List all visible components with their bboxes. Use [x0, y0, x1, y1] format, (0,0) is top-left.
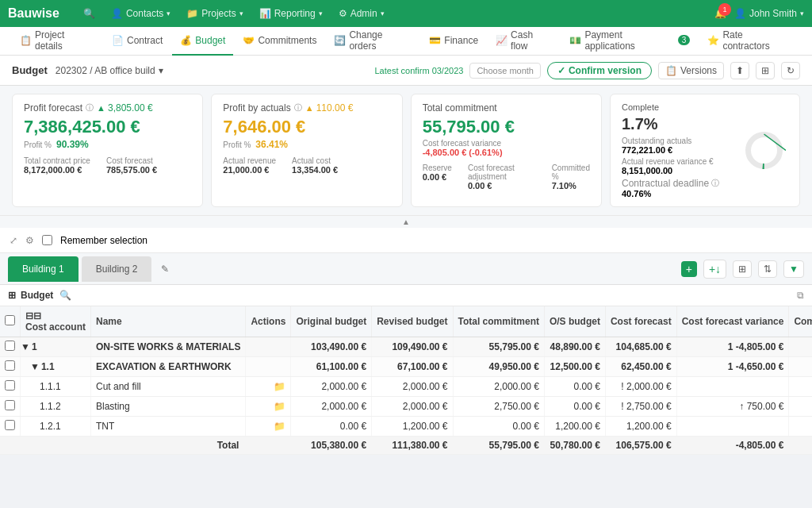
collapse-cost-icon: ⊟⊟: [25, 310, 41, 321]
total-commitment-cell: 49,950.00 €: [453, 357, 544, 377]
path-chevron-icon: ▾: [159, 65, 163, 76]
nav-projects[interactable]: 📁 Projects ▾: [186, 8, 243, 19]
add-building-button[interactable]: +: [681, 261, 697, 277]
add-row-button[interactable]: +↓: [703, 260, 726, 279]
original-budget-cell: 105,380.00 €: [291, 437, 372, 455]
folder-icon[interactable]: 📁: [274, 421, 285, 432]
options-bar: ⤢ ⚙ Remember selection: [0, 228, 812, 253]
revised-budget-cell: 109,490.00 €: [372, 337, 453, 357]
choose-month[interactable]: Choose month: [469, 63, 541, 79]
folder-icon[interactable]: 📁: [274, 401, 285, 412]
edit-icon[interactable]: ✎: [161, 264, 169, 275]
col-complete-pct[interactable]: Complete % (calculated): [789, 306, 812, 337]
tab-budget[interactable]: 💰 Budget: [172, 27, 233, 56]
tab-payment-applications[interactable]: 💵 Payment applications 3: [561, 27, 698, 56]
grid-view-button[interactable]: ⊞: [756, 62, 775, 79]
nav-contacts[interactable]: 👤 Contacts ▾: [111, 8, 170, 19]
original-budget-cell: 61,100.00 €: [291, 357, 372, 377]
table-row: 1.1.1 Cut and fill 📁 2,000.00 € 2,000.00…: [0, 377, 812, 397]
cashflow-icon: 📈: [496, 35, 508, 46]
complete-pct-cell: 21.38%: [789, 357, 812, 377]
tab-rate-contractors[interactable]: ⭐ Rate contractors: [699, 27, 800, 56]
settings-icon[interactable]: ⚙: [25, 235, 34, 246]
col-original-budget[interactable]: Original budget: [291, 306, 372, 337]
folder-icon[interactable]: 📁: [274, 381, 285, 392]
upload-icon: ⬆: [736, 65, 744, 76]
upload-button[interactable]: ⬆: [730, 62, 749, 79]
column-view-button[interactable]: ⊞: [733, 260, 752, 278]
building-tabs: Building 1 Building 2 ✎ + +↓ ⊞ ⇅ ▼: [0, 253, 812, 285]
info-icon[interactable]: ⓘ: [711, 178, 719, 189]
os-budget-cell: 0.00 €: [544, 397, 605, 417]
col-total-commitment[interactable]: Total commitment: [453, 306, 544, 337]
cf-variance-label: Cost forecast variance: [423, 139, 590, 148]
col-revised-budget[interactable]: Revised budget: [372, 306, 453, 337]
remember-checkbox[interactable]: [42, 235, 52, 245]
contract-icon: 📄: [112, 35, 124, 46]
os-budget-cell: 1,200.00 €: [544, 417, 605, 437]
col-actions: Actions: [246, 306, 291, 337]
confirm-version-button[interactable]: ✓ Confirm version: [547, 62, 652, 79]
row-select[interactable]: [5, 400, 15, 410]
col-cost-account[interactable]: ⊟⊟ Cost account: [21, 306, 91, 337]
user-menu[interactable]: 👤 John Smith ▾: [734, 8, 804, 19]
tab-commitments[interactable]: 🤝 Commitments: [235, 27, 324, 56]
select-all-checkbox[interactable]: [5, 315, 15, 325]
tab-cashflow[interactable]: 📈 Cash flow: [488, 27, 560, 56]
expand-icon[interactable]: ▼: [30, 361, 40, 372]
filter-button[interactable]: ▼: [783, 260, 804, 278]
tab-finance[interactable]: 💳 Finance: [421, 27, 486, 56]
cost-forecast-cell: 104,685.00 €: [605, 337, 676, 357]
row-select[interactable]: [5, 360, 15, 371]
nav-search[interactable]: 🔍: [83, 8, 95, 19]
profit-actuals-subs: Actual revenue 21,000.00 € Actual cost 1…: [223, 156, 390, 175]
collapse-bar[interactable]: ▲: [0, 215, 812, 228]
info-icon[interactable]: ⓘ: [294, 102, 302, 114]
resize-icon[interactable]: ⤢: [10, 235, 17, 246]
nav-reporting[interactable]: 📊 Reporting ▾: [259, 8, 323, 19]
grid-icon: ⊞: [8, 290, 16, 301]
expand-icon[interactable]: ▼: [21, 341, 30, 352]
col-name[interactable]: Name: [91, 306, 246, 337]
cost-account-cell: 1.1.2: [21, 397, 91, 417]
notification-bell[interactable]: 🔔 1: [714, 8, 726, 19]
cost-account-cell: 1.2.1: [21, 417, 91, 437]
info-icon[interactable]: ⓘ: [86, 102, 94, 114]
sort-button[interactable]: ⇅: [758, 260, 777, 278]
col-cf-variance[interactable]: Cost forecast variance: [676, 306, 789, 337]
commitment-subs: Reserve 0.00 € Cost forecast adjustment …: [423, 164, 590, 190]
complete-pct-cell: 109.09%: [789, 397, 812, 417]
actions-cell: 📁: [246, 377, 291, 397]
revised-budget-cell: 1,200.00 €: [372, 417, 453, 437]
tab-project-details[interactable]: 📋 Project details: [12, 27, 102, 56]
kpi-sub-cf-adj: Cost forecast adjustment 0.00 €: [468, 164, 536, 190]
row-select[interactable]: [5, 341, 15, 351]
table-row: ▼1.1 EXCAVATION & EARTHWORK 61,100.00 € …: [0, 357, 812, 377]
cost-account-cell: [21, 437, 91, 455]
chevron-icon: ▾: [167, 10, 170, 17]
cost-account-cell: ▼1: [21, 337, 91, 357]
building-tab-1[interactable]: Building 1: [8, 256, 79, 282]
revised-budget-cell: 67,100.00 €: [372, 357, 453, 377]
refresh-button[interactable]: ↻: [781, 62, 800, 79]
name-cell: Total: [91, 437, 246, 455]
tab-contract[interactable]: 📄 Contract: [104, 27, 170, 56]
table-search-icon[interactable]: 🔍: [59, 290, 71, 301]
budget-path[interactable]: 202302 / AB office build ▾: [56, 65, 163, 76]
search-icon: 🔍: [83, 8, 95, 19]
col-os-budget[interactable]: O/S budget: [544, 306, 605, 337]
tab-change-orders[interactable]: 🔄 Change orders: [326, 27, 419, 56]
col-cost-forecast[interactable]: Cost forecast: [605, 306, 676, 337]
data-table-container: ⊟⊟ Cost account Name Actions Original bu…: [0, 306, 812, 455]
versions-button[interactable]: 📋 Versions: [658, 62, 724, 79]
actuals-pct-label: Profit %: [223, 140, 251, 149]
kpi-total-commitment: Total commitment 55,795.00 € Cost foreca…: [411, 94, 602, 207]
row-select[interactable]: [5, 380, 15, 391]
building-tab-2[interactable]: Building 2: [82, 256, 152, 282]
nav-admin[interactable]: ⚙ Admin ▾: [339, 8, 385, 19]
copy-icon[interactable]: ⧉: [797, 290, 804, 301]
confirm-link[interactable]: Latest confirm 03/2023: [375, 66, 464, 75]
row-select[interactable]: [5, 420, 15, 430]
contacts-icon: 👤: [111, 8, 123, 19]
name-cell: EXCAVATION & EARTHWORK: [91, 357, 246, 377]
